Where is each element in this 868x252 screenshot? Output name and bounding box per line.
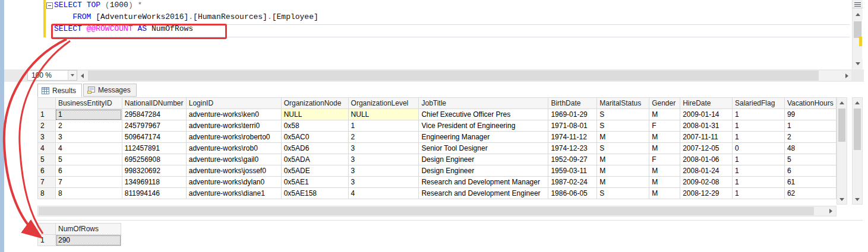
grid-cell[interactable]: S <box>597 120 649 132</box>
scroll-up-button[interactable] <box>837 98 847 107</box>
grid-cell[interactable]: NULL <box>348 109 419 120</box>
grid-cell[interactable]: adventure-works\diane1 <box>186 188 281 199</box>
scroll-up-button[interactable] <box>853 9 863 20</box>
grid-cell[interactable]: Vice President of Engineering <box>419 120 548 132</box>
grid-cell[interactable]: 3 <box>348 165 419 177</box>
scrollbar-thumb[interactable] <box>854 21 861 38</box>
grid-cell[interactable]: M <box>649 165 680 177</box>
grid-vertical-scrollbar[interactable] <box>837 97 847 205</box>
grid-cell[interactable]: 2008-01-06 <box>680 154 733 165</box>
grid-cell[interactable]: 2008-01-31 <box>680 120 733 132</box>
tab-messages[interactable]: Messages <box>83 84 137 97</box>
grid-cell[interactable]: 48 <box>784 143 836 154</box>
grid-cell[interactable]: 245797967 <box>122 120 186 132</box>
grid-cell[interactable]: 5 <box>784 154 836 165</box>
grid-corner[interactable] <box>38 98 56 109</box>
column-header[interactable]: BirthDate <box>548 98 597 109</box>
grid-cell[interactable]: adventure-works\ken0 <box>186 109 281 120</box>
outline-collapse-icon[interactable] <box>46 2 53 9</box>
tab-results[interactable]: Results <box>37 84 82 97</box>
grid-cell[interactable]: 3 <box>348 177 419 188</box>
grid-cell[interactable]: 1969-01-29 <box>548 109 597 120</box>
grid-cell[interactable]: 295847284 <box>122 109 186 120</box>
grid-cell[interactable]: 695256908 <box>122 154 186 165</box>
row-header[interactable]: 1 <box>38 109 56 120</box>
column-header[interactable]: HireDate <box>680 98 733 109</box>
grid-cell[interactable]: S <box>597 188 649 199</box>
hscroll-track[interactable] <box>87 71 842 81</box>
grid-cell[interactable]: 1952-09-27 <box>548 154 597 165</box>
grid-cell[interactable]: 2007-11-11 <box>680 132 733 143</box>
grid-cell[interactable]: F <box>649 120 680 132</box>
row-header[interactable]: 1 <box>38 235 56 246</box>
grid-cell[interactable]: 2 <box>348 132 419 143</box>
grid-cell[interactable]: Design Engineer <box>419 165 548 177</box>
hscroll-right-button[interactable] <box>842 71 851 81</box>
grid-cell[interactable]: 0x5AE1 <box>281 177 348 188</box>
column-header[interactable]: OrganizationNode <box>281 98 348 109</box>
grid-cell[interactable]: 1 <box>733 132 785 143</box>
column-header[interactable]: JobTitle <box>419 98 548 109</box>
grid-cell[interactable]: adventure-works\terri0 <box>186 120 281 132</box>
grid-cell[interactable]: 112457891 <box>122 143 186 154</box>
grid-cell[interactable]: 290 <box>56 235 121 246</box>
grid-cell[interactable]: 0x5AD6 <box>281 143 348 154</box>
column-header[interactable]: VacationHours <box>784 98 836 109</box>
grid-cell[interactable]: 1971-08-01 <box>548 120 597 132</box>
grid-horizontal-scrollbar[interactable] <box>37 206 837 216</box>
scrollbar-thumb[interactable] <box>838 109 845 142</box>
hscroll-thumb[interactable] <box>88 71 819 81</box>
grid-cell[interactable]: 1986-06-05 <box>548 188 597 199</box>
grid-cell[interactable]: 1 <box>733 188 785 199</box>
grid-cell[interactable]: 998320692 <box>122 165 186 177</box>
code-line[interactable]: SELECT TOP (1000) * <box>54 0 318 11</box>
grid-cell[interactable]: 2 <box>784 132 836 143</box>
hscroll-left-button[interactable] <box>77 71 87 81</box>
grid-cell[interactable]: 99 <box>784 109 836 120</box>
grid-cell[interactable]: 3 <box>55 132 122 143</box>
grid-cell[interactable]: 0x5ADA <box>281 154 348 165</box>
zoom-combobox[interactable]: 100 % <box>27 70 77 81</box>
grid-cell[interactable]: 1959-03-11 <box>548 165 597 177</box>
row-header[interactable]: 2 <box>38 120 56 132</box>
grid-cell[interactable]: 1 <box>733 109 785 120</box>
code-lines[interactable]: SELECT TOP (1000) * FROM [AdventureWorks… <box>54 0 318 35</box>
grid-cell[interactable]: M <box>597 132 649 143</box>
grid-cell[interactable]: adventure-works\gail0 <box>186 154 281 165</box>
grid-cell[interactable]: M <box>649 132 680 143</box>
grid-cell[interactable]: M <box>597 165 649 177</box>
pane-vertical-scrollbar[interactable] <box>852 97 863 205</box>
column-header[interactable]: NumOfRows <box>56 224 121 235</box>
scroll-down-button[interactable] <box>853 194 862 204</box>
row-header[interactable]: 7 <box>38 177 56 188</box>
code-line[interactable]: SELECT @@ROWCOUNT AS NumOfRows <box>54 23 318 35</box>
grid-cell[interactable]: 0x5ADE <box>281 165 348 177</box>
grid-cell[interactable]: 1 <box>733 177 785 188</box>
editor-vertical-scrollbar[interactable] <box>852 0 862 69</box>
row-header[interactable]: 8 <box>38 188 56 199</box>
grid-cell[interactable]: 5 <box>55 154 122 165</box>
scroll-down-button[interactable] <box>853 59 863 69</box>
grid-cell[interactable]: 1 <box>55 109 122 120</box>
row-header[interactable]: 4 <box>38 143 56 154</box>
grid-cell[interactable]: M <box>649 188 680 199</box>
grid-cell[interactable]: S <box>597 143 649 154</box>
grid-cell[interactable]: 6 <box>55 165 122 177</box>
grid-cell[interactable]: 134969118 <box>122 177 186 188</box>
grid-cell[interactable]: 3 <box>348 143 419 154</box>
row-header[interactable]: 5 <box>38 154 56 165</box>
grid-cell[interactable]: Engineering Manager <box>419 132 548 143</box>
grid-cell[interactable]: 3 <box>348 154 419 165</box>
grid-cell[interactable]: 2007-12-05 <box>680 143 733 154</box>
grid-corner[interactable] <box>38 224 56 235</box>
grid-cell[interactable]: 1 <box>733 165 785 177</box>
grid-cell[interactable]: M <box>649 177 680 188</box>
grid-cell[interactable]: adventure-works\rob0 <box>186 143 281 154</box>
grid-cell[interactable]: 509647174 <box>122 132 186 143</box>
grid-cell[interactable]: 1 <box>348 120 419 132</box>
grid-cell[interactable]: Senior Tool Designer <box>419 143 548 154</box>
scroll-up-button[interactable] <box>853 98 862 107</box>
grid-cell[interactable]: adventure-works\dylan0 <box>186 177 281 188</box>
grid-cell[interactable]: Chief Executive Officer Pres <box>419 109 548 120</box>
grid-cell[interactable]: 4 <box>55 143 122 154</box>
